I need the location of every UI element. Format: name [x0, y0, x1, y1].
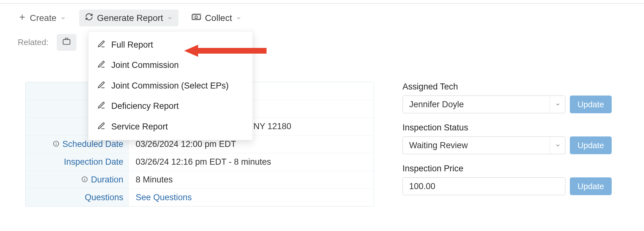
details-label-questions: Questions — [26, 189, 129, 206]
generate-report-dropdown: Full Report Joint Commission Joint Commi… — [88, 31, 253, 140]
related-label: Related: — [18, 37, 48, 47]
dropdown-item-service-report[interactable]: Service Report — [88, 116, 253, 137]
details-label-inspection-date: Inspection Date — [26, 153, 129, 171]
chevron-down-icon — [60, 15, 66, 21]
details-value-inspection-date: 03/26/24 12:16 pm EDT - 8 minutes — [129, 153, 374, 171]
collect-label: Collect — [205, 13, 232, 23]
dropdown-item-deficiency-report[interactable]: Deficiency Report — [88, 96, 253, 116]
generate-report-button[interactable]: Generate Report — [79, 10, 178, 26]
update-inspection-status-button[interactable]: Update — [570, 136, 612, 154]
toolbar: Create Generate Report Collect — [0, 4, 644, 32]
assigned-tech-select[interactable]: Jennifer Doyle — [402, 96, 565, 113]
edit-icon — [97, 40, 106, 50]
create-button[interactable]: Create — [13, 10, 72, 26]
inspection-price-group: Inspection Price Update — [402, 164, 612, 195]
dropdown-item-joint-commission[interactable]: Joint Commission — [88, 55, 253, 75]
dropdown-item-joint-commission-select[interactable]: Joint Commission (Select EPs) — [88, 76, 253, 96]
edit-icon — [97, 81, 106, 91]
details-row-questions: Questions See Questions — [26, 189, 374, 206]
update-assigned-tech-button[interactable]: Update — [570, 96, 612, 113]
dropdown-item-label: Joint Commission — [111, 59, 179, 71]
chevron-down-icon — [236, 15, 242, 21]
edit-icon — [97, 101, 106, 112]
details-value-duration: 8 Minutes — [129, 171, 374, 188]
edit-icon — [97, 122, 106, 132]
dropdown-item-label: Service Report — [111, 121, 168, 132]
inspection-status-label: Inspection Status — [402, 123, 612, 133]
info-icon — [53, 139, 59, 149]
inspection-price-label: Inspection Price — [402, 164, 612, 174]
svg-point-12 — [84, 178, 85, 178]
inspection-price-input[interactable] — [402, 177, 565, 195]
details-row-inspection: Inspection Date 03/26/24 12:16 pm EDT - … — [26, 153, 374, 171]
collect-button[interactable]: Collect — [186, 10, 248, 26]
svg-point-9 — [56, 142, 56, 143]
edit-icon — [97, 60, 106, 71]
assigned-tech-group: Assigned Tech Jennifer Doyle Update — [402, 82, 612, 113]
dropdown-item-label: Full Report — [111, 39, 153, 50]
see-questions-link[interactable]: See Questions — [129, 189, 374, 206]
chevron-down-icon — [167, 15, 173, 21]
inspection-status-select[interactable]: Waiting Review — [402, 136, 565, 154]
generate-report-label: Generate Report — [97, 13, 163, 23]
plus-icon — [18, 13, 26, 23]
briefcase-icon — [62, 37, 71, 48]
details-row-duration: Duration 8 Minutes — [26, 171, 374, 189]
inspection-status-group: Inspection Status Waiting Review Update — [402, 123, 612, 154]
info-icon — [81, 175, 88, 185]
related-chip[interactable] — [57, 34, 76, 51]
svg-point-3 — [195, 16, 197, 18]
chevron-down-icon — [550, 96, 565, 113]
details-label-duration: Duration — [26, 171, 129, 188]
money-icon — [192, 13, 201, 23]
svg-rect-5 — [63, 40, 70, 44]
refresh-icon — [85, 13, 93, 23]
dropdown-item-label: Deficiency Report — [111, 100, 179, 112]
dropdown-item-label: Joint Commission (Select EPs) — [111, 80, 229, 91]
right-panel: Assigned Tech Jennifer Doyle Update Insp… — [402, 82, 612, 205]
dropdown-item-full-report[interactable]: Full Report — [88, 35, 253, 55]
create-label: Create — [30, 13, 56, 23]
update-inspection-price-button[interactable]: Update — [570, 177, 612, 195]
assigned-tech-value: Jennifer Doyle — [403, 100, 550, 109]
chevron-down-icon — [550, 137, 565, 154]
assigned-tech-label: Assigned Tech — [402, 82, 612, 92]
inspection-status-value: Waiting Review — [403, 141, 550, 150]
